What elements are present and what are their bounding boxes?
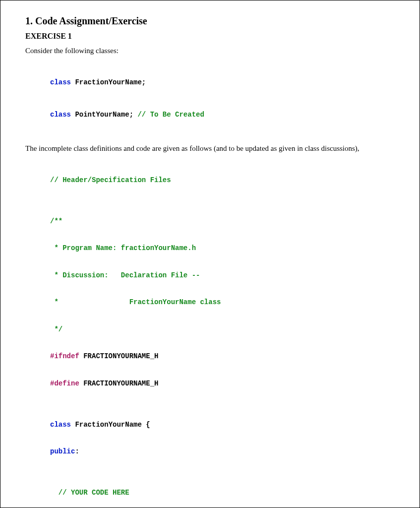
document-page: 1. Code Assignment/Exercise EXERCISE 1 C…	[0, 0, 420, 508]
doc-comment: * FractionYourName class	[50, 298, 221, 306]
preprocessor: #define	[50, 380, 79, 387]
keyword-class: class	[50, 421, 71, 429]
comment: // YOUR CODE HERE	[50, 489, 129, 497]
doc-comment: * Program Name: fractionYourName.h	[50, 244, 196, 252]
code-line: class PointYourName; // To Be Created	[50, 110, 395, 119]
comment: // To Be Created	[137, 111, 204, 119]
class-name: FractionYourName;	[71, 78, 146, 86]
keyword-class: class	[50, 78, 71, 86]
class-name: FractionYourName {	[71, 421, 150, 429]
colon: :	[75, 447, 79, 455]
section-heading: 1. Code Assignment/Exercise	[25, 15, 395, 27]
class-name-bold: Point	[71, 111, 96, 119]
comment: // Header/Specification Files	[50, 176, 171, 184]
transition-text: The incomplete class definitions and cod…	[25, 144, 395, 153]
code-line: class FractionYourName;	[50, 78, 395, 87]
macro-symbol: FRACTIONYOURNAME_H	[79, 352, 159, 360]
intro-text: Consider the following classes:	[25, 47, 395, 55]
preprocessor: #ifndef	[50, 352, 79, 360]
exercise-label: EXERCISE 1	[25, 32, 395, 41]
class-name-tail: YourName;	[96, 111, 137, 119]
class-declarations-code: class FractionYourName; class PointYourN…	[50, 60, 395, 137]
doc-comment: /**	[50, 217, 62, 225]
main-code-block: // Header/Specification Files /** * Prog…	[50, 158, 395, 508]
doc-comment: * Discussion: Declaration File --	[50, 271, 200, 279]
macro-symbol: FRACTIONYOURNAME_H	[79, 380, 159, 387]
doc-comment: */	[50, 325, 62, 333]
keyword-class: class	[50, 111, 71, 119]
keyword-public: public	[50, 447, 75, 455]
